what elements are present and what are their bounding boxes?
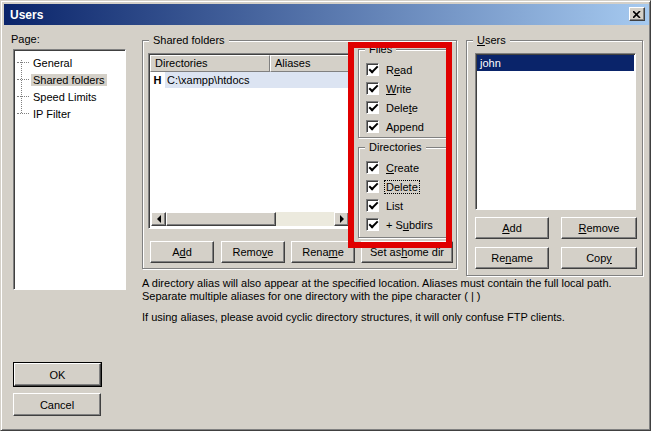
tree-branch-icon [17,79,29,80]
help-text: A directory alias will also appear at th… [142,277,650,324]
cancel-button[interactable]: Cancel [13,393,101,416]
shared-folders-group-label: Shared folders [149,34,229,47]
horizontal-scrollbar[interactable] [151,212,349,226]
user-rename-button[interactable]: Rename [475,247,549,269]
help-paragraph-1: A directory alias will also appear at th… [142,277,650,303]
users-group-label: Users [473,34,510,47]
sidebar-item-shared-folders[interactable]: Shared folders [14,71,125,88]
tree-branch-icon [17,96,29,97]
list-header-row: Directories Aliases [150,55,350,72]
home-marker: H [150,74,165,86]
user-list-item[interactable]: john [477,55,634,71]
page-label: Page: [11,33,40,45]
column-header-aliases[interactable]: Aliases [270,55,350,72]
scrollbar-track[interactable] [276,212,334,226]
sidebar-item-label: IP Filter [31,108,73,120]
highlight-rectangle [348,42,452,248]
scroll-right-arrow-icon [340,215,348,223]
directory-path: C:\xampp\htdocs [165,72,350,88]
scrollbar-thumb[interactable] [166,212,276,226]
close-icon [633,11,641,18]
close-button[interactable] [629,7,645,21]
users-dialog: Users Page: General Shared folders Speed… [0,0,651,431]
folder-remove-button[interactable]: Remove [221,241,285,263]
sidebar-item-speed-limits[interactable]: Speed Limits [14,88,125,105]
directory-row[interactable]: H C:\xampp\htdocs [150,72,350,88]
sidebar-item-ip-filter[interactable]: IP Filter [14,105,125,122]
sidebar-item-label: Shared folders [31,74,107,86]
tree-branch-icon [17,62,29,63]
folder-rename-button[interactable]: Rename [291,241,355,263]
help-paragraph-2: If using aliases, please avoid cyclic di… [142,311,650,324]
titlebar[interactable]: Users [4,4,649,25]
scroll-right-button[interactable] [334,212,349,226]
scroll-left-button[interactable] [151,212,166,226]
tree-rail [21,60,22,113]
user-add-button[interactable]: Add [475,217,549,239]
folder-add-button[interactable]: Add [150,241,214,263]
ok-button[interactable]: OK [14,363,101,386]
sidebar-item-general[interactable]: General [14,54,125,71]
users-list[interactable]: john [475,53,636,210]
sidebar-item-label: General [31,57,74,69]
page-list: General Shared folders Speed Limits IP F… [13,49,126,290]
users-group: Users john Add Remove Rename Copy [466,40,643,276]
ok-button-default-ring: OK [13,362,102,387]
directories-list[interactable]: Directories Aliases H C:\xampp\htdocs [148,53,352,229]
sidebar-item-label: Speed Limits [31,91,99,103]
tree-branch-icon [17,113,29,114]
user-remove-button[interactable]: Remove [561,217,637,239]
column-header-directories[interactable]: Directories [150,55,270,72]
window-title: Users [4,8,43,22]
user-copy-button[interactable]: Copy [561,247,637,269]
scroll-left-arrow-icon [153,215,161,223]
